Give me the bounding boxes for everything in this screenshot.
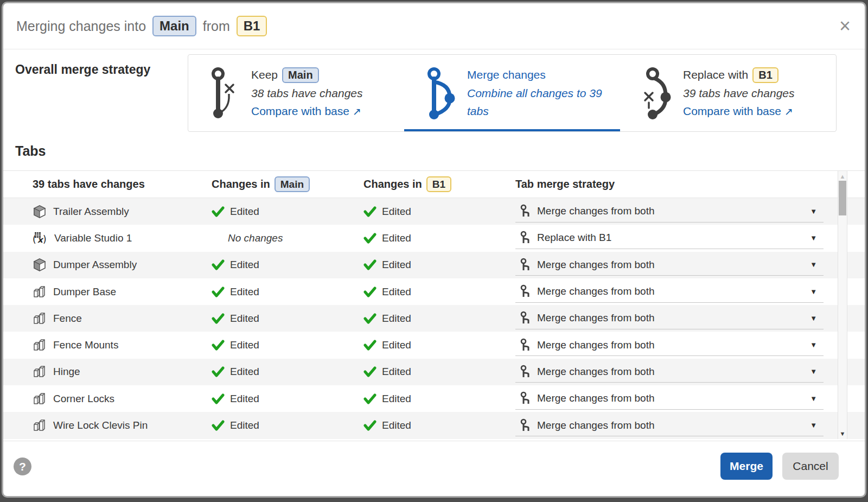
table-row: HingeEditedEditedMerge changes from both…	[3, 359, 865, 385]
merge-branch-icon	[425, 66, 456, 131]
scrollbar-thumb[interactable]	[839, 181, 846, 215]
tab-merge-strategy-dropdown[interactable]: Replace with B1▼	[515, 227, 824, 249]
status-label: Edited	[382, 366, 411, 378]
external-link-arrow-icon: ↗	[784, 106, 793, 117]
dropdown-selected-value: Merge changes from both	[537, 205, 805, 217]
edited-check-icon	[212, 286, 225, 298]
tab-name-label: Fence	[53, 313, 82, 325]
strategy-option-keep-main[interactable]: KeepMain 38 tabs have changes Compare wi…	[188, 55, 404, 131]
compare-with-base-link-replace[interactable]: Compare with base ↗	[683, 102, 795, 120]
edited-check-icon	[212, 206, 225, 218]
edited-check-icon	[363, 286, 376, 298]
col-header-strategy: Tab merge strategy	[515, 178, 824, 190]
vertical-scrollbar[interactable]: ▲ ▼	[838, 171, 847, 439]
tab-merge-strategy-dropdown[interactable]: Merge changes from both▼	[515, 281, 824, 303]
merge-button[interactable]: Merge	[720, 453, 773, 480]
tab-merge-strategy-dropdown[interactable]: Merge changes from both▼	[515, 308, 824, 329]
table-row: Wire Lock Clevis PinEditedEditedMerge ch…	[3, 412, 865, 439]
caret-down-icon: ▼	[810, 260, 817, 269]
edited-check-icon	[363, 393, 376, 405]
tab-merge-strategy-dropdown[interactable]: Merge changes from both▼	[515, 388, 824, 410]
edited-check-icon	[363, 339, 376, 351]
help-icon[interactable]: ?	[14, 457, 31, 475]
table-row: (x)Variable Studio 1No changesEditedRepl…	[3, 225, 865, 251]
caret-down-icon: ▼	[810, 421, 817, 429]
compare-with-base-link-keep[interactable]: Compare with base ↗	[251, 102, 363, 120]
caret-down-icon: ▼	[810, 234, 817, 242]
status-label: Edited	[382, 420, 411, 431]
edited-check-icon	[363, 366, 376, 378]
status-label: Edited	[230, 366, 259, 378]
dropdown-selected-value: Merge changes from both	[537, 392, 805, 404]
dropdown-selected-value: Merge changes from both	[537, 366, 805, 378]
tab-merge-strategy-dropdown[interactable]: Merge changes from both▼	[515, 254, 824, 276]
tab-name-label: Wire Lock Clevis Pin	[53, 420, 148, 431]
status-label: Edited	[382, 286, 411, 298]
part-studio-icon	[33, 338, 47, 352]
tab-merge-strategy-dropdown[interactable]: Merge changes from both▼	[515, 334, 824, 356]
status-label: Edited	[230, 339, 259, 351]
changes-in-b1-cell: Edited	[363, 259, 515, 271]
tab-strategy-cell: Merge changes from both▼	[515, 308, 824, 329]
overall-strategy-label: Overall merge strategy	[15, 62, 150, 77]
caret-down-icon: ▼	[810, 395, 817, 403]
col-header-tabs: 39 tabs have changes	[33, 178, 212, 190]
tab-strategy-cell: Merge changes from both▼	[515, 388, 824, 410]
merge-branch-small-icon	[519, 418, 532, 433]
strategy-merge-title: Merge changes	[467, 66, 620, 84]
tab-merge-strategy-dropdown[interactable]: Merge changes from both▼	[515, 201, 824, 223]
status-label: Edited	[230, 313, 259, 325]
tab-name-label: Dumper Assembly	[53, 259, 137, 271]
caret-down-icon: ▼	[810, 207, 817, 215]
caret-down-icon: ▼	[810, 341, 817, 349]
part-studio-icon	[33, 418, 47, 433]
changes-in-main-cell: Edited	[212, 259, 363, 271]
selected-strategy-underline	[404, 129, 620, 131]
part-studio-icon	[33, 285, 47, 299]
strategy-option-replace-b1[interactable]: Replace withB1 39 tabs have changes Comp…	[620, 55, 836, 131]
tab-strategy-cell: Merge changes from both▼	[515, 281, 824, 303]
tab-name-cell: Corner Locks	[33, 392, 212, 406]
status-label: Edited	[382, 339, 411, 351]
tabs-section-heading: Tabs	[15, 143, 46, 159]
tab-name-cell: Hinge	[33, 365, 212, 379]
strategy-option-merge-changes[interactable]: Merge changes Combine all changes to 39 …	[404, 55, 620, 131]
changes-in-b1-cell: Edited	[363, 206, 515, 218]
status-label: Edited	[382, 206, 411, 218]
changes-in-b1-cell: Edited	[363, 366, 515, 378]
tab-strategy-cell: Merge changes from both▼	[515, 254, 824, 276]
merge-dialog: Merging changes into Main from B1 × Over…	[2, 2, 866, 498]
edited-check-icon	[212, 313, 225, 325]
variable-studio-icon: (x)	[33, 231, 48, 245]
changes-in-b1-cell: Edited	[363, 393, 515, 405]
dialog-header: Merging changes into Main from B1 ×	[3, 3, 865, 49]
strategy-keep-subtitle: 38 tabs have changes	[251, 84, 363, 103]
col-header-changes-main: Changes inMain	[212, 176, 363, 193]
part-studio-icon	[33, 312, 47, 326]
status-label: Edited	[382, 393, 411, 405]
close-icon[interactable]: ×	[839, 16, 851, 36]
edited-check-icon	[212, 420, 225, 431]
dropdown-selected-value: Merge changes from both	[537, 339, 805, 351]
dropdown-selected-value: Merge changes from both	[537, 285, 805, 297]
tab-name-cell: Wire Lock Clevis Pin	[33, 418, 212, 433]
cancel-button[interactable]: Cancel	[782, 453, 839, 480]
strategy-selector: KeepMain 38 tabs have changes Compare wi…	[188, 54, 837, 132]
edited-check-icon	[363, 259, 376, 271]
table-row: Trailer AssemblyEditedEditedMerge change…	[3, 198, 865, 225]
changes-in-main-cell: Edited	[212, 206, 363, 218]
edited-check-icon	[212, 339, 225, 351]
scrollbar-up-arrow-icon[interactable]: ▲	[838, 172, 847, 181]
changes-in-main-cell: Edited	[212, 420, 363, 431]
scrollbar-down-arrow-icon[interactable]: ▼	[838, 429, 847, 438]
changes-in-b1-cell: Edited	[363, 232, 515, 244]
changes-in-b1-cell: Edited	[363, 286, 515, 298]
status-label: Edited	[230, 286, 259, 298]
tab-merge-strategy-dropdown[interactable]: Merge changes from both▼	[515, 361, 824, 383]
dropdown-selected-value: Merge changes from both	[537, 420, 805, 431]
tab-name-label: Corner Locks	[53, 393, 114, 405]
overall-strategy-section: Overall merge strategy KeepMain 38 tabs	[3, 49, 865, 141]
b1-badge: B1	[426, 176, 451, 193]
tab-merge-strategy-dropdown[interactable]: Merge changes from both▼	[515, 415, 824, 436]
tab-name-cell: Fence	[33, 312, 212, 326]
